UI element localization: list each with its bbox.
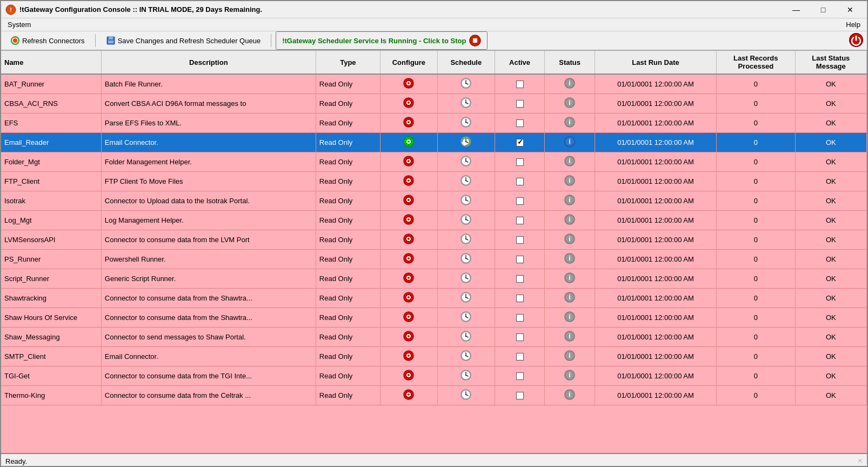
active-checkbox[interactable]: [516, 178, 524, 185]
cell-active[interactable]: [495, 152, 545, 172]
clock-icon[interactable]: [460, 155, 472, 167]
table-row[interactable]: Thermo-King Connector to consume data fr…: [1, 386, 867, 405]
active-checkbox[interactable]: [516, 295, 524, 302]
maximize-button[interactable]: □: [811, 2, 836, 18]
clock-icon[interactable]: [460, 97, 472, 109]
gear-icon[interactable]: [403, 194, 415, 206]
cell-schedule[interactable]: [437, 269, 495, 289]
gear-icon[interactable]: [403, 389, 415, 401]
cell-active[interactable]: [495, 250, 545, 269]
active-checkbox[interactable]: [516, 333, 524, 341]
cell-status[interactable]: i: [545, 211, 595, 230]
gear-icon[interactable]: [403, 175, 415, 186]
table-row[interactable]: Email_Reader Email Connector. Read Only …: [1, 133, 867, 152]
table-row[interactable]: SMTP_Client Email Connector. Read Only i…: [1, 347, 867, 366]
info-icon[interactable]: i: [564, 175, 576, 186]
gear-icon[interactable]: [403, 97, 415, 109]
cell-active[interactable]: [495, 347, 545, 366]
info-icon[interactable]: i: [564, 155, 576, 167]
table-row[interactable]: CBSA_ACI_RNS Convert CBSA ACI D96A forma…: [1, 94, 867, 114]
cell-configure[interactable]: [380, 366, 437, 386]
cell-active[interactable]: [495, 230, 545, 250]
info-icon[interactable]: i: [564, 291, 576, 303]
info-icon[interactable]: i: [564, 272, 576, 284]
close-button[interactable]: ✕: [838, 2, 863, 18]
cell-active[interactable]: [495, 289, 545, 308]
cell-status[interactable]: i: [545, 366, 595, 386]
info-icon[interactable]: i: [564, 97, 576, 109]
minimize-button[interactable]: —: [784, 2, 809, 18]
clock-icon[interactable]: [460, 369, 472, 381]
title-controls[interactable]: — □ ✕: [784, 2, 863, 18]
cell-configure[interactable]: [380, 172, 437, 191]
active-checkbox[interactable]: [516, 256, 524, 263]
active-checkbox[interactable]: [516, 100, 524, 108]
cell-status[interactable]: i: [545, 152, 595, 172]
cell-active[interactable]: [495, 114, 545, 133]
cell-configure[interactable]: [380, 230, 437, 250]
table-row[interactable]: FTP_Client FTP Client To Move Files Read…: [1, 172, 867, 191]
clock-icon[interactable]: [460, 77, 472, 89]
cell-active[interactable]: [495, 386, 545, 405]
cell-configure[interactable]: [380, 347, 437, 366]
cell-schedule[interactable]: [437, 94, 495, 114]
gear-icon[interactable]: [403, 116, 415, 128]
clock-icon[interactable]: [460, 350, 472, 362]
clock-icon[interactable]: [460, 116, 472, 128]
info-icon[interactable]: i: [564, 77, 576, 89]
info-icon[interactable]: i: [564, 194, 576, 206]
clock-icon[interactable]: [460, 291, 472, 303]
table-row[interactable]: Shawtracking Connector to consume data f…: [1, 289, 867, 308]
info-icon[interactable]: i: [564, 233, 576, 245]
cell-schedule[interactable]: [437, 230, 495, 250]
active-checkbox[interactable]: [516, 119, 524, 127]
active-checkbox[interactable]: [516, 314, 524, 322]
cell-status[interactable]: i: [545, 133, 595, 152]
cell-schedule[interactable]: [437, 386, 495, 405]
info-icon[interactable]: i: [564, 136, 576, 148]
info-icon[interactable]: i: [564, 116, 576, 128]
clock-icon[interactable]: [460, 252, 472, 264]
refresh-connectors-button[interactable]: Refresh Connectors: [4, 33, 91, 48]
cell-configure[interactable]: [380, 269, 437, 289]
cell-schedule[interactable]: [437, 328, 495, 347]
cell-active[interactable]: [495, 328, 545, 347]
cell-status[interactable]: i: [545, 94, 595, 114]
cell-status[interactable]: i: [545, 250, 595, 269]
cell-schedule[interactable]: [437, 289, 495, 308]
clock-icon[interactable]: [460, 175, 472, 186]
active-checkbox[interactable]: [516, 372, 524, 380]
cell-status[interactable]: i: [545, 308, 595, 328]
cell-configure[interactable]: [380, 191, 437, 211]
cell-schedule[interactable]: [437, 172, 495, 191]
cell-active[interactable]: [495, 172, 545, 191]
active-checkbox[interactable]: [516, 353, 524, 361]
cell-configure[interactable]: [380, 328, 437, 347]
cell-schedule[interactable]: [437, 114, 495, 133]
clock-icon[interactable]: [460, 194, 472, 206]
cell-status[interactable]: i: [545, 191, 595, 211]
cell-status[interactable]: i: [545, 172, 595, 191]
active-checkbox[interactable]: [516, 236, 524, 244]
table-row[interactable]: Folder_Mgt Folder Management Helper. Rea…: [1, 152, 867, 172]
gear-icon[interactable]: [403, 272, 415, 284]
active-checkbox[interactable]: [516, 81, 524, 88]
cell-active[interactable]: [495, 94, 545, 114]
active-checkbox[interactable]: [516, 392, 524, 399]
cell-schedule[interactable]: [437, 191, 495, 211]
table-row[interactable]: Log_Mgt Log Management Helper. Read Only…: [1, 211, 867, 230]
gear-icon[interactable]: [403, 233, 415, 245]
cell-status[interactable]: i: [545, 269, 595, 289]
cell-configure[interactable]: [380, 133, 437, 152]
clock-icon[interactable]: [460, 233, 472, 245]
gear-icon[interactable]: [403, 77, 415, 89]
cell-active[interactable]: ✓: [495, 133, 545, 152]
cell-status[interactable]: i: [545, 74, 595, 94]
power-icon[interactable]: [849, 32, 864, 48]
cell-status[interactable]: i: [545, 230, 595, 250]
system-menu-item[interactable]: System: [3, 19, 35, 30]
cell-configure[interactable]: [380, 152, 437, 172]
table-row[interactable]: Script_Runner Generic Script Runner. Rea…: [1, 269, 867, 289]
gear-icon[interactable]: [403, 369, 415, 381]
info-icon[interactable]: i: [564, 252, 576, 264]
